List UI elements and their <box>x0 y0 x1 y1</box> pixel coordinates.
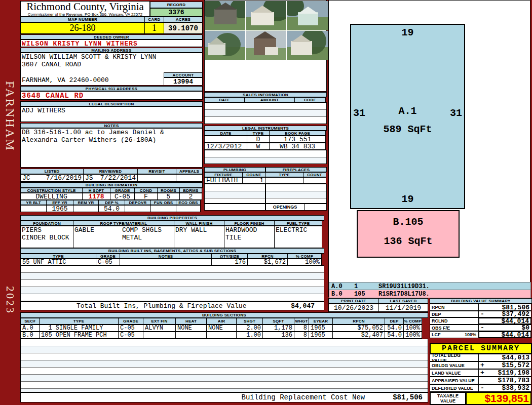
bvs-row-lcf: LCF100% $44,014 <box>430 331 531 338</box>
cond-label: COND <box>134 188 158 193</box>
built-ins-total-row: Total Built Ins, Plumbing & Fireplace Va… <box>20 302 324 310</box>
sales-amount-label: AMOUNT <box>244 97 295 102</box>
notes-label: NOTES <box>20 123 203 128</box>
deeded-owner-value: WILSON KRISTY LYNN WITHERS <box>20 39 203 47</box>
building-info-value-row-2: 1965 54.0 <box>20 205 201 212</box>
bi-comp-label: % COMP <box>287 254 322 259</box>
account-label: ACCOUNT <box>164 72 203 77</box>
listed-value: JC7/16/2019 <box>20 174 84 182</box>
building-properties-title: BUILDING PROPERTIES <box>20 215 324 221</box>
dim-a-right: 31 <box>450 107 462 119</box>
funobs-value <box>150 205 176 212</box>
building-section-row-a: A.0 1 SINGLE FAMILY C-05 ALVYN NONE NONE… <box>20 325 422 332</box>
acres-value: 39.1070 <box>164 22 203 34</box>
sales-code-label: CODE <box>294 97 326 102</box>
building-sections-header-row: SEC# TYPE GRADE EXT FIN HEAT AIR SHGT SQ… <box>20 318 422 325</box>
li-bookpage-label: BOOK PAGE <box>269 131 326 136</box>
legal-instrument-row-1: D 173 551 <box>204 136 326 143</box>
foundation-line-2: CINDER BLOCK <box>22 234 69 241</box>
deeded-owner-label: DEEDED OWNER <box>20 34 203 39</box>
ps-row-appraised: APPRAISED VALUE $178,783 <box>430 377 531 384</box>
li-date-label: DATE <box>204 131 247 136</box>
legal-instruments-header-row: DATE TYPE BOOK PAGE <box>204 131 326 136</box>
listed-by: JC <box>22 174 30 182</box>
roof-value: GABLE COMP SHGLSMETAL <box>73 226 174 248</box>
replacement-cost-label: Building Replacement Cost New <box>242 393 365 401</box>
section-a-sqft: 589 SqFt <box>383 124 432 135</box>
bi-type-value: 55 UNF ATTIC <box>20 259 96 265</box>
vector-a-sec: A.0 <box>329 283 354 290</box>
acres-label: ACRES <box>164 17 203 22</box>
section-b-sqft: 136 SqFt <box>384 235 432 247</box>
plumbing-row: FULLBATH 1 <box>204 177 326 184</box>
sales-date-label: DATE <box>204 97 245 102</box>
openings-label: OPENINGS <box>265 204 305 211</box>
physical-address-value: 3648 CANAL RD <box>20 91 203 100</box>
built-ins-total-label: Total Built Ins, Plumbing & Fireplace Va… <box>77 302 246 310</box>
ps-row-obldg: OBLDG VALUE +$15,572 <box>430 361 531 369</box>
review-header-row: LISTED REVIEWED REVISIT APPEALS <box>20 169 203 174</box>
yrblt-value <box>20 205 47 212</box>
wall-finish-label: WALL FINISH <box>174 221 224 226</box>
roof-material-1: COMP SHGLS <box>122 226 162 234</box>
property-photo-2 <box>246 1 286 30</box>
rooms-value: 5 <box>157 193 180 200</box>
notes-line-1: DB 316-516-1.00 ac to James Daniel & <box>21 129 202 136</box>
floor-finish-label: FLOOR FINISH <box>224 221 275 226</box>
bvs-row-dep: DEP -$37,492 <box>430 311 531 317</box>
physical-address-label: PHYSICAL 911 ADDRESS <box>20 86 203 91</box>
dep-pct-label: DEP % <box>98 200 125 205</box>
print-date-value: 10/26/2023 <box>328 304 379 312</box>
last-saved-label: LAST SAVED <box>378 298 428 304</box>
fireplace-count-value <box>303 177 326 184</box>
fireplace-type-value <box>265 177 303 184</box>
legal-description-value: ADJ WITHERS <box>20 106 203 122</box>
section-b-name: B.105 <box>393 216 423 228</box>
foundation-line-1: PIERS <box>22 226 69 234</box>
bi-grade-value: C-05 <box>96 259 120 265</box>
taxable-label-2: VALUE <box>440 398 455 403</box>
bi-notes-value <box>120 259 212 265</box>
building-value-summary-title: BUILDING VALUE SUMMARY <box>430 298 532 304</box>
bi-type-label: TYPE <box>20 254 96 259</box>
bvs-row-obs: OBS F/E -$0 <box>430 325 531 331</box>
listed-date: 7/16/2019 <box>46 174 82 182</box>
plumbing-title: PLUMBING <box>204 167 265 172</box>
property-photo-4 <box>205 31 245 60</box>
effyr-value: 1965 <box>46 205 73 212</box>
vector-a-code: SR19U31L19D31. <box>378 283 430 290</box>
legal-description-label: LEGAL DESCRIPTION <box>20 101 203 106</box>
li2-bookpage: WB 34 833 <box>269 143 326 150</box>
fireplaces-empty-rows <box>265 184 327 204</box>
taxable-label-1: TAXABLE <box>437 393 459 398</box>
dep-pct-value: 54.0 <box>98 205 125 212</box>
sketch-section-b: B.105 136 SqFt <box>357 210 460 258</box>
record-value: 3376 <box>150 8 203 17</box>
property-photo-5 <box>246 31 286 60</box>
legal-instruments-title: LEGAL INSTRUMENTS <box>204 126 327 131</box>
remyr-value <box>73 205 99 212</box>
li2-type: W <box>247 143 270 150</box>
building-properties-value-row: PIERSCINDER BLOCK GABLE COMP SHGLSMETAL … <box>20 226 322 248</box>
bi-qty-value: 176 <box>211 259 248 265</box>
building-info-header-row-2: YR BLT EFF YR REM YR DEP % DEPOVR FUN OB… <box>20 200 201 205</box>
roof-material-2: METAL <box>122 234 162 241</box>
dim-a-top: 19 <box>401 27 413 38</box>
review-value-row: JC7/16/2019 JS7/22/2014 <box>20 174 203 182</box>
card-value: 1 <box>144 22 164 34</box>
fireplaces-title: FIREPLACES <box>265 167 327 172</box>
property-photo-1 <box>205 1 245 30</box>
reviewed-by: JS <box>85 174 93 182</box>
grade-value: C-05 <box>110 193 135 200</box>
card-label: CARD <box>144 17 164 22</box>
built-ins-title: BUILDING BUILT INS, BASEMENTS, ATTICS & … <box>20 248 324 254</box>
plumbing-empty-rows <box>204 184 265 204</box>
ps-row-land: LAND VALUE +$119,198 <box>430 369 531 377</box>
depovr-label: DEPOVR <box>125 200 151 205</box>
sales-header-row: DATE AMOUNT CODE <box>204 97 326 102</box>
listed-label: LISTED <box>20 169 84 174</box>
li1-type: D <box>247 136 270 143</box>
ps-row-deferred: DEFERRED VALUE -$38,932 <box>430 384 531 392</box>
building-info-value-row-1: DWELLING 1178 C-05 F 5 2 <box>20 193 202 200</box>
foundation-value: PIERSCINDER BLOCK <box>20 226 73 248</box>
